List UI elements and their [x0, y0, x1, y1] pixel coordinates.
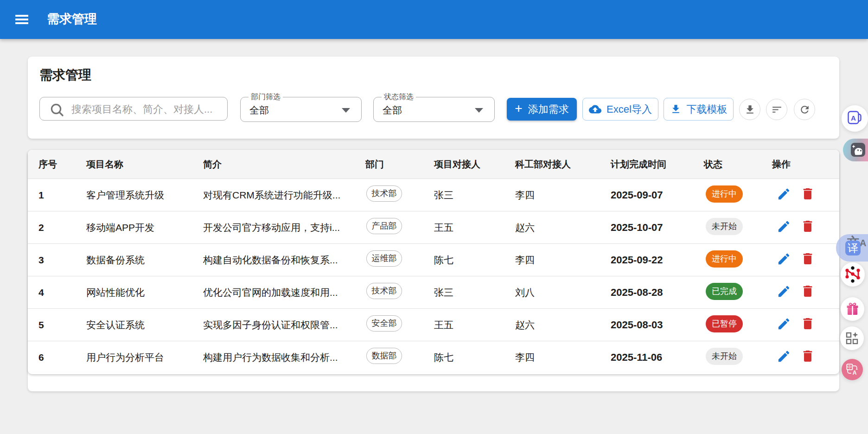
svg-text:中: 中	[848, 364, 852, 370]
svg-text:A: A	[853, 370, 857, 376]
svg-text:A: A	[851, 114, 856, 122]
